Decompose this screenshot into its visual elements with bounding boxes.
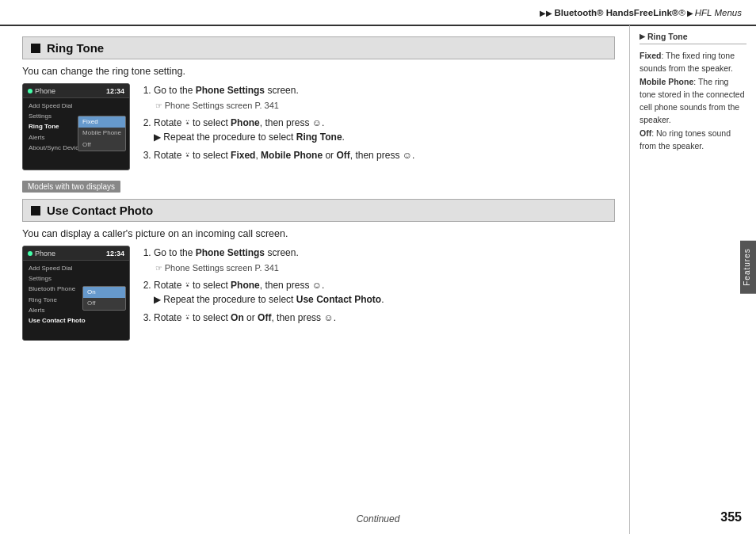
step-2-3: Rotate ⍣ to select On or Off, then press…	[154, 311, 615, 326]
page-number: 355	[720, 510, 742, 524]
ring-tone-row: Phone 12:34 Add Speed Dial Settings Ring…	[22, 83, 615, 170]
step-3: Rotate ⍣ to select Fixed, Mobile Phone o…	[154, 148, 615, 163]
sidebar-title: ▶ Ring Tone	[640, 32, 746, 44]
phone-submenu-item-off: Off	[83, 298, 125, 309]
continued-text: Continued	[357, 513, 400, 524]
use-contact-photo-phone-screen: Phone 12:34 Add Speed Dial Settings Blue…	[22, 246, 130, 341]
phone-menu-item-active: Use Contact Photo	[26, 316, 126, 326]
features-label: Features	[740, 240, 756, 293]
ring-tone-title: Ring Tone	[47, 41, 104, 55]
phone-label-2: Phone	[28, 250, 55, 257]
phone-menu-item: Settings	[26, 273, 126, 284]
phone-submenu-item-on: On	[83, 287, 125, 298]
step-2-2: Rotate ⍣ to select Phone, then press ☺. …	[154, 278, 615, 307]
phone-submenu-item: Mobile Phone	[78, 128, 125, 139]
page-header: ▶▶Bluetooth® HandsFreeLink®®▶HFL Menus	[0, 0, 756, 25]
phone-submenu-item: Off	[78, 139, 125, 151]
sidebar-arrow-icon: ▶	[640, 32, 645, 40]
ring-tone-phone-screen: Phone 12:34 Add Speed Dial Settings Ring…	[22, 83, 130, 170]
main-content: Ring Tone You can change the ring tone s…	[0, 25, 629, 534]
use-contact-photo-title: Use Contact Photo	[47, 204, 153, 217]
phone-screen-label-2: Phone	[35, 250, 55, 257]
header-suffix: HFL Menus	[695, 8, 742, 17]
use-contact-photo-intro: You can display a caller's picture on an…	[22, 228, 615, 239]
phone-topbar-2: Phone 12:34	[23, 246, 129, 261]
ring-tone-heading: Ring Tone	[22, 36, 615, 59]
phone-menu-item: Add Speed Dial	[26, 263, 126, 273]
step-2-1: Go to the Phone Settings screen. Phone S…	[154, 246, 615, 275]
header-text: ▶▶Bluetooth® HandsFreeLink®®▶HFL Menus	[538, 8, 742, 17]
heading-square-icon	[31, 44, 40, 53]
use-contact-photo-section: Models with two displays Use Contact Pho…	[22, 180, 615, 341]
phone-submenu-1: Fixed Mobile Phone Off	[78, 116, 126, 151]
step-2-1-ref: Phone Settings screen P. 341	[154, 261, 615, 275]
phone-time-2: 12:34	[106, 250, 124, 257]
ring-tone-steps: Go to the Phone Settings screen. Phone S…	[141, 83, 615, 170]
right-sidebar: ▶ Ring Tone Fixed: The fixed ring tone s…	[629, 25, 756, 534]
phone-dot-1	[28, 89, 32, 93]
step-1: Go to the Phone Settings screen. Phone S…	[154, 83, 615, 113]
phone-screen-label-1: Phone	[35, 87, 55, 95]
use-contact-photo-steps: Go to the Phone Settings screen. Phone S…	[141, 246, 615, 341]
step-2: Rotate ⍣ to select Phone, then press ☺. …	[154, 116, 615, 145]
phone-submenu-item-selected: Fixed	[78, 116, 125, 128]
phone-dot-2	[28, 251, 32, 256]
phone-submenu-2: On Off	[82, 286, 126, 311]
step-1-ref: Phone Settings screen P. 341	[154, 99, 615, 113]
ring-tone-intro: You can change the ring tone setting.	[22, 66, 615, 77]
phone-topbar-1: Phone 12:34	[23, 84, 129, 98]
sidebar-title-text: Ring Tone	[647, 32, 688, 41]
phone-time-1: 12:34	[106, 87, 124, 95]
models-badge: Models with two displays	[22, 181, 120, 193]
use-contact-photo-row: Phone 12:34 Add Speed Dial Settings Blue…	[22, 246, 615, 341]
phone-label-1: Phone	[28, 87, 55, 95]
header-brand: Bluetooth® HandsFreeLink®	[554, 8, 678, 17]
models-badge-container: Models with two displays	[22, 180, 615, 196]
phone-menu-item: Add Speed Dial	[26, 101, 126, 111]
heading-square-icon-2	[31, 206, 40, 216]
sidebar-content: Fixed: The fixed ring tone sounds from t…	[640, 49, 746, 152]
use-contact-photo-heading: Use Contact Photo	[22, 199, 615, 222]
